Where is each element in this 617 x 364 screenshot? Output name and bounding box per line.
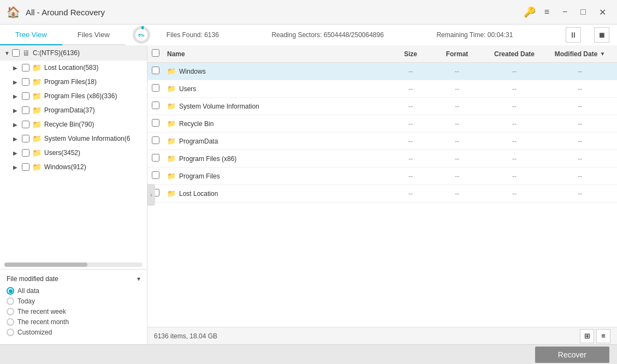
filter-option-0[interactable]: All data [7,287,140,295]
row-checkbox-5[interactable] [152,154,159,162]
file-created-5: -- [482,155,547,163]
tree-item-6[interactable]: ▶ 📁 Users(3452) [0,146,147,160]
tree-item-5[interactable]: ▶ 📁 System Volume Information(6 [0,132,147,146]
file-size-6: -- [389,172,432,180]
menu-button[interactable]: ≡ [540,5,554,19]
table-row[interactable]: 📁 Program Files -- -- -- -- [147,168,617,185]
file-size-2: -- [389,103,432,110]
row-checkbox-2[interactable] [152,102,159,109]
row-checkbox-6[interactable] [152,171,159,179]
file-size-4: -- [389,138,432,145]
header-modified[interactable]: Modified Date ▼ [547,50,613,58]
tree-item-3[interactable]: ▶ 📁 ProgramData(37) [0,103,147,117]
row-checkbox-0[interactable] [152,67,159,74]
select-all-checkbox[interactable] [152,49,159,57]
home-icon[interactable]: 🏠 [7,5,20,19]
root-drive-icon: 🖥 [22,49,30,57]
radio-all-data[interactable] [7,287,14,295]
progress-circle: 5% [133,26,150,44]
file-size-1: -- [389,85,432,93]
filter-title: File modified date [7,275,58,283]
item-checkbox-7[interactable] [22,163,29,171]
chevron-right-icon: ▶ [13,164,20,170]
table-row[interactable]: 📁 Users -- -- -- -- [147,80,617,98]
reading-sectors-text: Reading Sectors: 6504448/250064896 [271,31,384,39]
folder-icon: 📁 [167,102,176,110]
sidebar-scrollbar[interactable] [4,262,143,267]
filter-option-2[interactable]: The recent week [7,308,140,315]
item-checkbox-0[interactable] [22,64,29,71]
folder-icon: 📁 [167,120,176,128]
filter-header[interactable]: File modified date ▾ [7,275,140,283]
view-controls: ⊞ ≡ [580,329,610,343]
file-name-0: Windows [179,68,206,75]
row-checkbox-3[interactable] [152,119,159,127]
collapse-handle[interactable]: › [147,184,155,206]
sidebar-scrollbar-thumb[interactable] [4,262,87,267]
table-row[interactable]: 📁 Windows -- -- -- -- [147,63,617,80]
pause-button[interactable]: ⏸ [566,27,581,43]
file-area: Name Size Format Created Date Modified D… [147,45,617,344]
file-name-4: ProgramData [179,138,218,145]
tab-tree-view[interactable]: Tree View [0,25,62,45]
tree-root[interactable]: ▼ 🖥 C:(NTFS)(6136) [0,45,147,61]
root-checkbox[interactable] [12,49,20,57]
filter-option-4[interactable]: Customized [7,329,140,336]
header-created[interactable]: Created Date [482,50,547,58]
file-table-header: Name Size Format Created Date Modified D… [147,45,617,63]
row-checkbox-1[interactable] [152,84,159,92]
filter-panel: File modified date ▾ All data Today The … [0,269,147,344]
item-checkbox-4[interactable] [22,121,29,128]
list-view-button[interactable]: ≡ [596,329,610,343]
minimize-button[interactable]: − [558,5,572,19]
radio-today[interactable] [7,297,14,305]
header-size[interactable]: Size [389,50,432,58]
filter-option-1[interactable]: Today [7,297,140,305]
radio-label-0: All data [17,287,39,295]
app-title: All - Around Recovery [26,8,524,17]
file-modified-3: -- [547,120,613,128]
item-checkbox-6[interactable] [22,149,29,157]
tree-item-7[interactable]: ▶ 📁 Windows(912) [0,160,147,174]
grid-view-button[interactable]: ⊞ [580,329,594,343]
radio-recent-month[interactable] [7,318,14,326]
table-row[interactable]: 📁 ProgramData -- -- -- -- [147,133,617,150]
file-size-0: -- [389,68,432,75]
header-name[interactable]: Name [167,50,389,58]
tree-item-2[interactable]: ▶ 📁 Program Files (x86)(336) [0,89,147,103]
radio-customized[interactable] [7,329,14,336]
table-row[interactable]: 📁 Program Files (x86) -- -- -- -- [147,150,617,168]
radio-label-3: The recent month [17,318,69,326]
file-modified-2: -- [547,103,613,110]
action-bar: Recover [0,344,617,364]
chevron-right-icon: ▶ [13,122,20,128]
tree-item-0[interactable]: ▶ 📁 Lost Location(583) [0,61,147,75]
item-checkbox-3[interactable] [22,106,29,114]
items-info: 6136 items, 18.04 GB [154,332,217,340]
table-row[interactable]: 📁 Recycle Bin -- -- -- -- [147,115,617,133]
title-bar: 🏠 All - Around Recovery 🔑 ≡ − □ ✕ [0,0,617,25]
file-format-7: -- [432,190,482,198]
maximize-button[interactable]: □ [576,5,590,19]
close-button[interactable]: ✕ [595,5,610,20]
tree-item-4[interactable]: ▶ 📁 Recycle Bin(790) [0,117,147,132]
row-checkbox-4[interactable] [152,136,159,144]
item-checkbox-5[interactable] [22,135,29,142]
tree-root-label: C:(NTFS)(6136) [33,49,80,57]
key-icon[interactable]: 🔑 [524,6,536,18]
tree-item-1[interactable]: ▶ 📁 Program Files(18) [0,75,147,89]
table-row[interactable]: 📁 System Volume Information -- -- -- -- [147,98,617,115]
header-format[interactable]: Format [432,50,482,58]
radio-recent-week[interactable] [7,308,14,315]
bottom-bar: 6136 items, 18.04 GB ⊞ ≡ [147,327,617,344]
item-checkbox-1[interactable] [22,78,29,86]
file-format-4: -- [432,138,482,145]
item-checkbox-2[interactable] [22,92,29,100]
file-size-7: -- [389,190,432,198]
recover-button[interactable]: Recover [535,347,609,363]
tab-files-view[interactable]: Files View [62,25,125,45]
file-created-0: -- [482,68,547,75]
table-row[interactable]: 📁 Lost Location -- -- -- -- [147,185,617,202]
stop-button[interactable]: ⏹ [594,27,609,43]
filter-option-3[interactable]: The recent month [7,318,140,326]
